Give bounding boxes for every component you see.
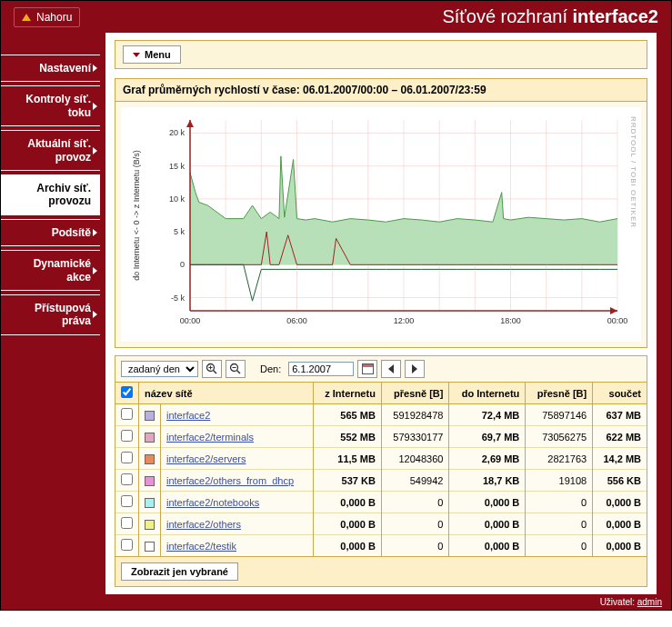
cell-sum: 622 MB xyxy=(593,426,647,448)
sidebar-item-4[interactable]: Podsítě xyxy=(1,219,100,246)
row-checkbox[interactable] xyxy=(121,539,133,551)
day-input[interactable] xyxy=(288,362,354,376)
cell-to-exact: 75897146 xyxy=(526,404,593,426)
table-row: interface2/notebooks0,000 B00,000 B00,00… xyxy=(115,492,647,513)
cell-from: 0,000 B xyxy=(313,492,381,513)
time-controls: zadaný den Den: xyxy=(115,355,647,382)
sidebar-item-5[interactable]: Dynamické akce xyxy=(1,250,100,291)
cell-from-exact: 0 xyxy=(381,492,449,513)
mode-select[interactable]: zadaný den xyxy=(121,361,198,377)
calendar-button[interactable] xyxy=(357,360,377,378)
svg-line-34 xyxy=(214,371,217,374)
cell-to: 0,000 B xyxy=(449,492,526,513)
network-link[interactable]: interface2/notebooks xyxy=(166,497,259,508)
col-check[interactable] xyxy=(115,383,139,404)
cell-from-exact: 0 xyxy=(381,535,449,557)
page-title: Síťové rozhraní interface2 xyxy=(442,6,658,27)
next-button[interactable] xyxy=(405,360,425,378)
table-row: interface2/others0,000 B00,000 B00,000 B xyxy=(115,513,647,535)
svg-text:do Internetu <-  0  -> z Inter: do Internetu <- 0 -> z Internetu (B/s) xyxy=(132,150,141,281)
user-link[interactable]: admin xyxy=(637,597,662,607)
arrow-right-icon xyxy=(412,364,417,373)
chevron-right-icon xyxy=(93,147,97,154)
color-swatch xyxy=(145,454,155,464)
cell-from-exact: 579330177 xyxy=(381,426,449,448)
cell-sum: 637 MB xyxy=(593,404,647,426)
color-swatch xyxy=(145,520,155,530)
chevron-right-icon xyxy=(93,229,97,236)
cell-from: 0,000 B xyxy=(313,535,381,557)
prev-button[interactable] xyxy=(381,360,401,378)
sidebar-item-3[interactable]: Archiv síť. provozu xyxy=(1,174,100,215)
svg-text:00:00: 00:00 xyxy=(607,316,628,325)
cell-to-exact: 0 xyxy=(526,535,593,557)
color-swatch xyxy=(145,411,155,421)
cell-to: 2,69 MB xyxy=(449,448,526,470)
cell-from: 537 KB xyxy=(313,470,381,492)
cell-sum: 556 KB xyxy=(593,470,647,492)
cell-from: 11,5 MB xyxy=(313,448,381,470)
sidebar-item-0[interactable]: Nastavení xyxy=(1,55,100,82)
cell-from: 565 MB xyxy=(313,404,381,426)
table-row: interface2/others_from_dhcp537 KB5499421… xyxy=(115,470,647,492)
network-link[interactable]: interface2/servers xyxy=(166,453,246,464)
arrow-up-icon xyxy=(22,14,31,21)
status-bar: Uživatel: admin xyxy=(1,594,671,610)
cell-to: 69,7 MB xyxy=(449,426,526,448)
svg-line-38 xyxy=(237,371,241,374)
svg-text:00:00: 00:00 xyxy=(180,316,201,325)
row-checkbox[interactable] xyxy=(121,517,133,529)
network-link[interactable]: interface2/others_from_dhcp xyxy=(166,475,294,486)
sidebar-item-2[interactable]: Aktuální síť. provoz xyxy=(1,130,100,171)
svg-text:10 k: 10 k xyxy=(169,194,186,204)
cell-to-exact: 0 xyxy=(526,492,593,513)
table-row: interface2565 MB59192847872,4 MB75897146… xyxy=(115,404,647,426)
arrow-left-icon xyxy=(388,364,394,373)
menu-button[interactable]: Menu xyxy=(123,45,181,64)
chevron-right-icon xyxy=(93,311,97,318)
svg-text:5 k: 5 k xyxy=(174,227,186,236)
network-link[interactable]: interface2 xyxy=(166,410,210,421)
svg-text:20 k: 20 k xyxy=(169,128,186,137)
row-checkbox[interactable] xyxy=(121,408,133,420)
select-all-checkbox[interactable] xyxy=(121,386,133,398)
zoom-in-button[interactable] xyxy=(202,360,222,378)
sidebar-item-1[interactable]: Kontroly síť. toku xyxy=(1,85,100,126)
row-checkbox[interactable] xyxy=(121,452,133,463)
cell-from-exact: 12048360 xyxy=(381,448,449,470)
cell-to: 18,7 KB xyxy=(449,470,526,492)
cell-sum: 0,000 B xyxy=(593,492,647,513)
cell-from-exact: 0 xyxy=(381,513,449,535)
cell-sum: 0,000 B xyxy=(593,513,647,535)
color-swatch xyxy=(145,498,155,508)
svg-text:18:00: 18:00 xyxy=(500,316,521,325)
network-link[interactable]: interface2/terminals xyxy=(166,432,254,443)
chart-title: Graf průměrných rychlostí v čase: 06.01.… xyxy=(115,79,647,102)
back-link[interactable]: Nahoru xyxy=(14,7,80,27)
chart-panel: Graf průměrných rychlostí v čase: 06.01.… xyxy=(115,78,647,348)
cell-from-exact: 591928478 xyxy=(381,404,449,426)
calendar-icon xyxy=(362,363,374,374)
cell-to-exact: 2821763 xyxy=(526,448,593,470)
cell-from-exact: 549942 xyxy=(381,470,449,492)
svg-text:15 k: 15 k xyxy=(169,162,186,171)
col-sum: součet xyxy=(593,383,647,404)
col-from: z Internetu xyxy=(313,383,381,404)
network-link[interactable]: interface2/testik xyxy=(166,541,236,552)
color-swatch xyxy=(145,542,155,552)
chart-watermark: RRDTOOL / TOBI OETIKER xyxy=(629,116,637,228)
menu-bar: Menu xyxy=(115,40,647,69)
cell-to-exact: 19108 xyxy=(526,470,593,492)
show-selected-button[interactable]: Zobrazit jen vybrané xyxy=(121,562,238,581)
row-checkbox[interactable] xyxy=(121,495,133,507)
row-checkbox[interactable] xyxy=(121,473,133,485)
day-label: Den: xyxy=(260,363,281,374)
network-link[interactable]: interface2/others xyxy=(166,519,241,530)
row-checkbox[interactable] xyxy=(121,430,133,442)
networks-table: název sítě z Internetu přesně [B] do Int… xyxy=(115,382,647,557)
col-to-exact: přesně [B] xyxy=(526,383,593,404)
svg-text:12:00: 12:00 xyxy=(394,316,415,325)
zoom-out-button[interactable] xyxy=(226,360,246,378)
sidebar-item-6[interactable]: Přístupová práva xyxy=(1,294,100,335)
table-row: interface2/terminals552 MB57933017769,7 … xyxy=(115,426,647,448)
